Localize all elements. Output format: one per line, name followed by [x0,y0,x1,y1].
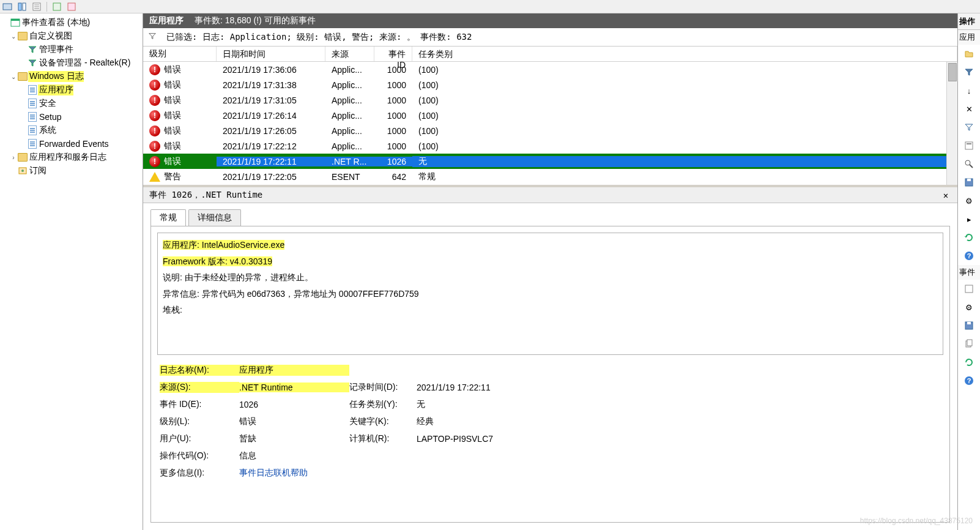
prop-key: 计算机(R): [349,433,417,444]
cell-source: ESENT [325,172,374,182]
open-saved-log-icon[interactable] [962,47,976,61]
attach-task-event-icon[interactable]: ⚙ [962,300,976,314]
toolbar-icon[interactable] [2,2,12,12]
tree-custom-views[interactable]: ⌄ 自定义视图 [0,29,143,43]
col-source[interactable]: 来源 [325,47,374,61]
cell-cat: (100) [412,65,957,75]
cell-cat: (100) [412,141,957,151]
tree-security-log[interactable]: 安全 [0,97,143,110]
desc-line: 说明: 由于未经处理的异常，进程终止。 [163,272,313,282]
cell-datetime: 2021/1/19 17:31:05 [217,95,325,105]
table-row[interactable]: !错误2021/1/19 17:31:38Applic...1000(100) [143,77,957,92]
prop-val: 暂缺 [239,433,349,444]
tab-details[interactable]: 详细信息 [188,209,241,226]
filter-level-key: 级别: [297,32,319,42]
detail-tabs: 常规 详细信息 [143,203,957,226]
tree-root[interactable]: 事件查看器 (本地) [0,16,143,29]
refresh-icon[interactable] [962,231,976,244]
log-icon [27,85,38,95]
table-row[interactable]: !错误2021/1/19 17:22:11.NET R...1026无 [143,154,957,169]
window-toolbar [0,0,980,13]
log-icon [27,125,38,135]
tab-general[interactable]: 常规 [150,209,186,226]
tree-setup-log[interactable]: Setup [0,110,143,124]
tree-label: 事件查看器 (本地) [21,17,90,28]
level-text: 警告 [164,171,181,182]
event-list[interactable]: 级别 日期和时间 来源 事件 ID 任务类别 !错误2021/1/19 17:3… [143,47,957,185]
event-properties-icon[interactable] [962,282,976,296]
toolbar-icon[interactable] [52,2,62,12]
import-view-icon[interactable]: ↓ [962,84,976,97]
close-icon[interactable]: ✕ [940,190,951,201]
folder-icon [17,153,28,162]
attach-task-icon[interactable]: ⚙ [962,194,976,207]
col-id[interactable]: 事件 ID [374,47,412,61]
tree-label: Setup [38,112,62,122]
table-row[interactable]: !错误2021/1/19 17:26:05Applic...1000(100) [143,123,957,138]
col-level[interactable]: 级别 [143,47,217,61]
filter-count-key: 事件数: [420,32,451,42]
help-icon[interactable]: ? [962,374,976,387]
tree-label: 系统 [38,125,56,136]
svg-point-12 [965,160,970,165]
filter-bar: 已筛选: 日志: Application; 级别: 错误, 警告; 来源: 。 … [143,28,957,47]
cell-id: 642 [374,172,412,182]
refresh-icon[interactable] [962,356,976,369]
collapse-toggle[interactable]: ⌄ [10,73,17,80]
copy-icon[interactable] [962,337,976,351]
table-row[interactable]: !错误2021/1/19 17:26:14Applic...1000(100) [143,108,957,123]
scrollbar-thumb[interactable] [948,63,957,81]
tree-subscriptions[interactable]: 订阅 [0,164,143,177]
tree-system-log[interactable]: 系统 [0,124,143,137]
create-view-icon[interactable] [962,65,976,79]
table-row[interactable]: !错误2021/1/19 17:22:12Applic...1000(100) [143,138,957,154]
properties-icon[interactable] [962,139,976,152]
cell-datetime: 2021/1/19 17:36:06 [217,65,325,75]
col-category[interactable]: 任务类别 [412,47,957,61]
prop-val: LAPTOP-PI9SVLC7 [417,434,941,444]
save-selected-icon[interactable] [962,319,976,332]
clear-log-icon[interactable]: ✕ [962,102,976,116]
filter-count-val: 632 [456,32,472,42]
cell-cat: 无 [412,156,957,167]
view-icon[interactable]: ▸ [962,212,976,226]
error-icon: ! [149,125,160,136]
table-row[interactable]: !错误2021/1/19 17:31:05Applic...1000(100) [143,92,957,108]
collapse-toggle[interactable]: ⌄ [10,33,17,40]
table-row[interactable]: !错误2021/1/19 17:36:06Applic...1000(100) [143,62,957,77]
svg-rect-0 [3,4,12,10]
prop-key: 操作代码(O): [160,450,239,461]
error-icon: ! [149,156,160,167]
prop-val: 应用程序 [239,365,349,376]
cell-id: 1000 [374,65,412,75]
tree-windows-logs[interactable]: ⌄ Windows 日志 [0,70,143,83]
expand-toggle[interactable]: › [10,154,17,161]
find-icon[interactable] [962,157,976,171]
level-text: 错误 [164,125,181,136]
column-headers[interactable]: 级别 日期和时间 来源 事件 ID 任务类别 [143,47,957,62]
svg-rect-10 [965,142,973,149]
toolbar-icon[interactable] [17,2,27,12]
filter-log-icon[interactable] [962,121,976,134]
help-link[interactable]: 事件日志联机帮助 [239,468,349,479]
save-icon[interactable] [962,176,976,189]
toolbar-icon[interactable] [32,2,42,12]
help-icon[interactable]: ? [962,249,976,263]
description-box[interactable]: 应用程序: IntelAudioService.exe Framework 版本… [157,233,943,355]
svg-rect-2 [23,3,26,10]
tree-application-log[interactable]: 应用程序 [0,83,143,97]
actions-section: 应用 [958,30,980,45]
toolbar-icon[interactable] [67,2,76,12]
navigation-tree[interactable]: 事件查看器 (本地) ⌄ 自定义视图 管理事件 设备管理器 - Realtek(… [0,13,143,530]
table-row[interactable]: 警告2021/1/19 17:22:05ESENT642常规 [143,169,957,184]
cell-id: 1026 [374,157,412,166]
scrollbar[interactable] [946,62,957,185]
cell-id: 1000 [374,80,412,90]
tree-label: 安全 [38,98,56,109]
tree-forwarded-events[interactable]: Forwarded Events [0,137,143,151]
col-datetime[interactable]: 日期和时间 [217,47,325,61]
tree-apps-services[interactable]: › 应用程序和服务日志 [0,151,143,164]
tree-device-mgr[interactable]: 设备管理器 - Realtek(R) [0,56,143,70]
filter-source-val: 。 [407,32,415,42]
tree-admin-events[interactable]: 管理事件 [0,43,143,56]
